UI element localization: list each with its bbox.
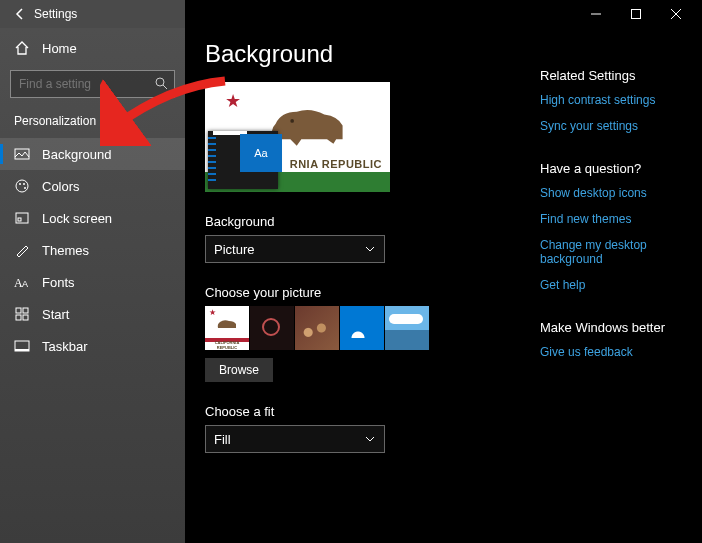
window-title: Settings <box>34 7 77 21</box>
background-dropdown-label: Background <box>205 214 540 229</box>
palette-icon <box>14 178 30 194</box>
chevron-down-icon <box>364 243 376 255</box>
page-title: Background <box>205 40 540 68</box>
svg-point-5 <box>23 183 25 185</box>
back-button[interactable] <box>6 0 34 28</box>
maximize-button[interactable] <box>616 0 656 28</box>
sidebar-item-label: Background <box>42 147 111 162</box>
picture-thumb[interactable] <box>250 306 294 350</box>
fit-dropdown[interactable]: Fill <box>205 425 385 453</box>
svg-rect-13 <box>16 315 21 320</box>
search-input[interactable] <box>10 70 175 98</box>
search-icon <box>154 76 168 90</box>
flag-star-icon: ★ <box>225 90 241 112</box>
svg-rect-12 <box>23 308 28 313</box>
svg-rect-14 <box>23 315 28 320</box>
question-title: Have a question? <box>540 161 690 176</box>
sidebar-home[interactable]: Home <box>0 32 185 64</box>
link-show-desktop-icons[interactable]: Show desktop icons <box>540 186 690 200</box>
link-high-contrast[interactable]: High contrast settings <box>540 93 690 107</box>
preview-sample-tile: Aa <box>240 134 282 172</box>
picture-thumb[interactable] <box>295 306 339 350</box>
sidebar-item-label: Taskbar <box>42 339 88 354</box>
svg-text:A: A <box>22 279 28 289</box>
choose-picture-label: Choose your picture <box>205 285 540 300</box>
flag-text: RNIA REPUBLIC <box>290 158 382 170</box>
better-title: Make Windows better <box>540 320 690 335</box>
start-icon <box>14 306 30 322</box>
sidebar: Home Personalization Background Colors L… <box>0 28 185 543</box>
taskbar-icon <box>14 338 30 354</box>
close-button[interactable] <box>656 0 696 28</box>
picture-thumb[interactable]: ★ CALIFORNIA REPUBLIC <box>205 306 249 350</box>
lockscreen-icon <box>14 210 30 226</box>
svg-point-4 <box>19 183 21 185</box>
sidebar-item-background[interactable]: Background <box>0 138 185 170</box>
close-icon <box>671 9 681 19</box>
sidebar-item-themes[interactable]: Themes <box>0 234 185 266</box>
brush-icon <box>14 242 30 258</box>
sidebar-item-colors[interactable]: Colors <box>0 170 185 202</box>
dropdown-value: Fill <box>214 432 231 447</box>
sidebar-section-label: Personalization <box>0 108 185 138</box>
link-sync-settings[interactable]: Sync your settings <box>540 119 690 133</box>
back-arrow-icon <box>13 7 27 21</box>
picture-thumbnails: ★ CALIFORNIA REPUBLIC <box>205 306 540 350</box>
chevron-down-icon <box>364 433 376 445</box>
minimize-icon <box>591 9 601 19</box>
sidebar-item-label: Themes <box>42 243 89 258</box>
fit-label: Choose a fit <box>205 404 540 419</box>
sidebar-item-start[interactable]: Start <box>0 298 185 330</box>
sidebar-item-taskbar[interactable]: Taskbar <box>0 330 185 362</box>
font-icon: AA <box>14 274 30 290</box>
link-give-feedback[interactable]: Give us feedback <box>540 345 690 359</box>
link-change-background[interactable]: Change my desktop background <box>540 238 690 266</box>
svg-rect-0 <box>632 10 641 19</box>
image-icon <box>14 146 30 162</box>
dropdown-value: Picture <box>214 242 254 257</box>
background-preview: ★ RNIA REPUBLIC Aa <box>205 82 390 192</box>
sidebar-item-label: Start <box>42 307 69 322</box>
svg-rect-8 <box>18 218 21 221</box>
svg-point-3 <box>16 180 28 192</box>
sidebar-item-label: Colors <box>42 179 80 194</box>
browse-button[interactable]: Browse <box>205 358 273 382</box>
link-get-help[interactable]: Get help <box>540 278 690 292</box>
sidebar-item-lockscreen[interactable]: Lock screen <box>0 202 185 234</box>
right-sidebar: Related Settings High contrast settings … <box>540 28 700 543</box>
svg-point-17 <box>290 119 294 123</box>
link-find-themes[interactable]: Find new themes <box>540 212 690 226</box>
home-icon <box>14 40 30 56</box>
svg-rect-11 <box>16 308 21 313</box>
picture-thumb[interactable] <box>340 306 384 350</box>
minimize-button[interactable] <box>576 0 616 28</box>
maximize-icon <box>631 9 641 19</box>
background-type-dropdown[interactable]: Picture <box>205 235 385 263</box>
sidebar-item-fonts[interactable]: AA Fonts <box>0 266 185 298</box>
svg-point-1 <box>156 78 164 86</box>
svg-point-6 <box>24 187 26 189</box>
related-settings-title: Related Settings <box>540 68 690 83</box>
svg-rect-16 <box>15 349 29 351</box>
sidebar-item-label: Fonts <box>42 275 75 290</box>
sidebar-home-label: Home <box>42 41 77 56</box>
sidebar-item-label: Lock screen <box>42 211 112 226</box>
picture-thumb[interactable] <box>385 306 429 350</box>
